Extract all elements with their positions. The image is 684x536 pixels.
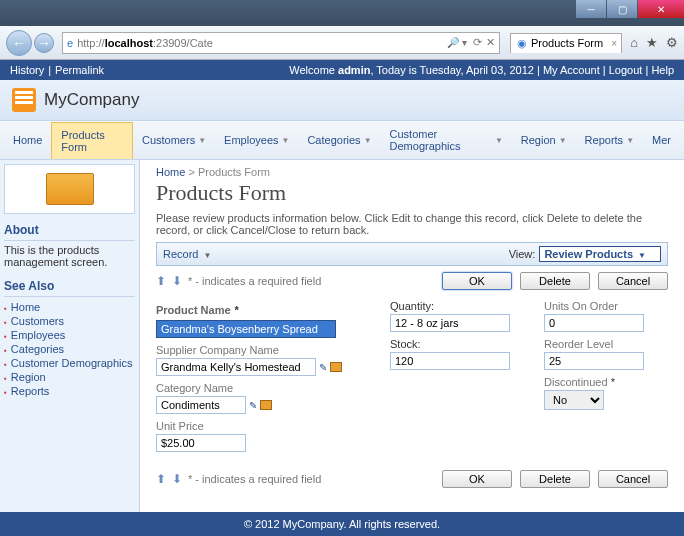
about-text: This is the products management screen. bbox=[4, 244, 135, 268]
supplier-field[interactable] bbox=[156, 358, 316, 376]
cancel-button[interactable]: Cancel bbox=[598, 470, 668, 488]
quantity-field[interactable] bbox=[390, 314, 510, 332]
nav-products-form[interactable]: Products Form bbox=[51, 122, 133, 159]
record-menu[interactable]: Record ▼ bbox=[163, 248, 211, 260]
unit-price-label: Unit Price bbox=[156, 420, 366, 432]
main-nav: HomeProducts FormCustomers▼Employees▼Cat… bbox=[0, 121, 684, 160]
window-maximize-button[interactable]: ▢ bbox=[607, 0, 637, 18]
units-on-order-field[interactable] bbox=[544, 314, 644, 332]
app-topbar: History | Permalink Welcome admin, Today… bbox=[0, 60, 684, 80]
lookup-icon[interactable] bbox=[330, 362, 342, 372]
units-on-order-label: Units On Order bbox=[544, 300, 664, 312]
nav-mer[interactable]: Mer bbox=[643, 121, 680, 159]
form-toolbar-bottom: ⬆ ⬇ * - indicates a required field OK De… bbox=[156, 470, 668, 488]
next-record-icon[interactable]: ⬇ bbox=[172, 472, 182, 486]
page-title: Products Form bbox=[156, 180, 668, 206]
nav-reports[interactable]: Reports▼ bbox=[576, 121, 643, 159]
logout-link[interactable]: Logout bbox=[609, 64, 643, 76]
brand-name: MyCompany bbox=[44, 90, 139, 110]
sidebar-item: Categories bbox=[4, 342, 135, 356]
nav-customer-demographics[interactable]: Customer Demographics▼ bbox=[381, 121, 512, 159]
my-account-link[interactable]: My Account bbox=[543, 64, 600, 76]
back-button[interactable]: ← bbox=[6, 30, 32, 56]
reorder-level-field[interactable] bbox=[544, 352, 644, 370]
edit-icon[interactable]: ✎ bbox=[249, 400, 257, 411]
sidebar-link-home[interactable]: Home bbox=[11, 301, 40, 313]
view-selector[interactable]: Review Products ▼ bbox=[539, 246, 661, 262]
stock-field[interactable] bbox=[390, 352, 510, 370]
delete-button[interactable]: Delete bbox=[520, 272, 590, 290]
sidebar-item: Region bbox=[4, 370, 135, 384]
tab-close-icon[interactable]: × bbox=[611, 38, 617, 49]
sidebar-item: Employees bbox=[4, 328, 135, 342]
welcome-user: admin bbox=[338, 64, 370, 76]
tab-favicon: ◉ bbox=[517, 37, 527, 50]
browser-right-icons: ⌂ ★ ⚙ bbox=[630, 35, 678, 50]
settings-icon[interactable]: ⚙ bbox=[666, 35, 678, 50]
brand-logo-icon bbox=[12, 88, 36, 112]
discontinued-select[interactable]: No bbox=[544, 390, 604, 410]
tab-title: Products Form bbox=[531, 37, 603, 49]
browser-tab[interactable]: ◉ Products Form × bbox=[510, 33, 622, 53]
permalink-link[interactable]: Permalink bbox=[55, 64, 104, 76]
home-icon[interactable]: ⌂ bbox=[630, 35, 638, 50]
url-host: localhost bbox=[105, 37, 153, 49]
welcome-prefix: Welcome bbox=[289, 64, 338, 76]
cancel-button[interactable]: Cancel bbox=[598, 272, 668, 290]
sidebar-link-employees[interactable]: Employees bbox=[11, 329, 65, 341]
url-prefix: http:// bbox=[77, 37, 105, 49]
sidebar-link-customers[interactable]: Customers bbox=[11, 315, 64, 327]
window: ─ ▢ ✕ ← → e http://localhost:23909/Cate … bbox=[0, 0, 684, 536]
history-link[interactable]: History bbox=[10, 64, 44, 76]
crumb-current: Products Form bbox=[198, 166, 270, 178]
nav-home[interactable]: Home bbox=[4, 121, 51, 159]
sidebar-item: Customers bbox=[4, 314, 135, 328]
breadcrumb: Home > Products Form bbox=[156, 166, 668, 178]
url-rest: :23909/Cate bbox=[153, 37, 213, 49]
required-note: * - indicates a required field bbox=[188, 275, 321, 287]
prev-record-icon[interactable]: ⬆ bbox=[156, 472, 166, 486]
browser-tabs: ◉ Products Form × bbox=[510, 33, 622, 53]
prev-record-icon[interactable]: ⬆ bbox=[156, 274, 166, 288]
search-icon[interactable]: 🔎 ▾ bbox=[447, 37, 467, 48]
delete-button[interactable]: Delete bbox=[520, 470, 590, 488]
lookup-icon[interactable] bbox=[260, 400, 272, 410]
unit-price-field[interactable] bbox=[156, 434, 246, 452]
ok-button[interactable]: OK bbox=[442, 272, 512, 290]
page-description: Please review products information below… bbox=[156, 212, 668, 236]
window-minimize-button[interactable]: ─ bbox=[576, 0, 606, 18]
sidebar-link-customer-demographics[interactable]: Customer Demographics bbox=[11, 357, 133, 369]
next-record-icon[interactable]: ⬇ bbox=[172, 274, 182, 288]
sidebar-link-region[interactable]: Region bbox=[11, 371, 46, 383]
nav-categories[interactable]: Categories▼ bbox=[298, 121, 380, 159]
ie-icon: e bbox=[67, 37, 73, 49]
forward-button[interactable]: → bbox=[34, 33, 54, 53]
nav-employees[interactable]: Employees▼ bbox=[215, 121, 298, 159]
stop-icon[interactable]: ✕ bbox=[486, 36, 495, 49]
sidebar-link-categories[interactable]: Categories bbox=[11, 343, 64, 355]
sidebar-item: Customer Demographics bbox=[4, 356, 135, 370]
seealso-header: See Also bbox=[4, 276, 135, 297]
reorder-level-label: Reorder Level bbox=[544, 338, 664, 350]
category-label: Category Name bbox=[156, 382, 366, 394]
sidebar-link-reports[interactable]: Reports bbox=[11, 385, 50, 397]
favorites-icon[interactable]: ★ bbox=[646, 35, 658, 50]
discontinued-label: Discontinued * bbox=[544, 376, 664, 388]
nav-region[interactable]: Region▼ bbox=[512, 121, 576, 159]
content: Home > Products Form Products Form Pleas… bbox=[140, 160, 684, 512]
edit-icon[interactable]: ✎ bbox=[319, 362, 327, 373]
product-name-field[interactable] bbox=[156, 320, 336, 338]
address-bar[interactable]: e http://localhost:23909/Cate 🔎 ▾ ⟳ ✕ bbox=[62, 32, 500, 54]
browser-toolbar: ← → e http://localhost:23909/Cate 🔎 ▾ ⟳ … bbox=[0, 26, 684, 60]
help-link[interactable]: Help bbox=[651, 64, 674, 76]
ok-button[interactable]: OK bbox=[442, 470, 512, 488]
welcome-date: , Today is Tuesday, April 03, 2012 bbox=[370, 64, 533, 76]
view-label: View: bbox=[509, 248, 536, 260]
window-close-button[interactable]: ✕ bbox=[638, 0, 684, 18]
record-bar: Record ▼ View: Review Products ▼ bbox=[156, 242, 668, 266]
category-field[interactable] bbox=[156, 396, 246, 414]
nav-customers[interactable]: Customers▼ bbox=[133, 121, 215, 159]
crumb-home[interactable]: Home bbox=[156, 166, 185, 178]
product-name-label: Product Name * bbox=[156, 300, 366, 318]
refresh-icon[interactable]: ⟳ bbox=[473, 36, 482, 49]
